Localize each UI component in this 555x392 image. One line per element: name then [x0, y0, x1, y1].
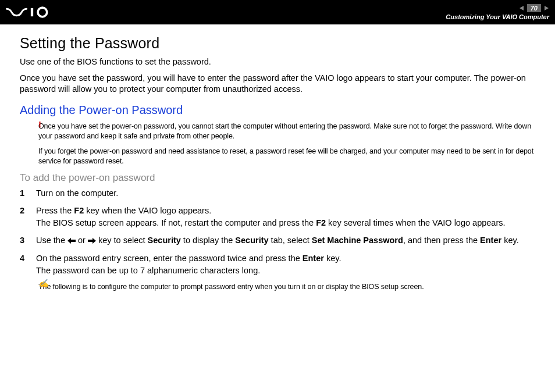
- svg-marker-2: [520, 6, 524, 10]
- note-icon: ✍: [38, 279, 48, 288]
- warning-text-1: Once you have set the power-on password,…: [38, 122, 535, 141]
- intro-paragraph-1: Use one of the BIOS functions to set the…: [20, 56, 535, 68]
- sub-heading: To add the power-on password: [20, 172, 535, 184]
- next-page-arrow-icon[interactable]: [543, 5, 549, 11]
- right-arrow-icon: [88, 235, 96, 247]
- step-item: 2 Press the F2 key when the VAIO logo ap…: [20, 205, 535, 229]
- page-number: 70: [527, 4, 541, 12]
- page-title: Setting the Password: [20, 35, 535, 52]
- step-text: Press the F2 key when the VAIO logo appe…: [36, 205, 535, 229]
- content: Setting the Password Use one of the BIOS…: [0, 24, 555, 292]
- svg-marker-5: [88, 238, 96, 244]
- warning-text-2: If you forget the power-on password and …: [38, 147, 535, 166]
- prev-page-arrow-icon[interactable]: [519, 5, 525, 11]
- svg-marker-3: [545, 6, 549, 10]
- warning-block: ! Once you have set the power-on passwor…: [20, 122, 535, 167]
- header-bar: 70 Customizing Your VAIO Computer: [0, 0, 555, 24]
- page-nav: 70: [519, 4, 549, 12]
- step-number: 2: [20, 205, 36, 216]
- step-item: 3 Use the or key to select Security to d…: [20, 234, 535, 247]
- section-heading: Adding the Power-on Password: [20, 104, 535, 117]
- tip-text: The following is to configure the comput…: [38, 282, 535, 292]
- step-number: 3: [20, 234, 36, 246]
- svg-marker-4: [67, 238, 76, 244]
- step-item: 1 Turn on the computer.: [20, 187, 535, 199]
- step-item: 4 On the password entry screen, enter th…: [20, 252, 535, 276]
- steps-list: 1 Turn on the computer. 2 Press the F2 k…: [20, 187, 535, 276]
- warning-icon: !: [38, 119, 41, 129]
- vaio-logo-svg: [6, 6, 72, 18]
- step-number: 1: [20, 187, 36, 199]
- page: 70 Customizing Your VAIO Computer Settin…: [0, 0, 555, 392]
- vaio-logo: [6, 6, 72, 18]
- intro-paragraph-2: Once you have set the password, you will…: [20, 73, 535, 95]
- step-text: On the password entry screen, enter the …: [36, 252, 535, 276]
- svg-point-1: [38, 8, 47, 17]
- breadcrumb: Customizing Your VAIO Computer: [446, 13, 549, 20]
- svg-rect-0: [31, 8, 33, 16]
- tip-block: ✍ The following is to configure the comp…: [20, 282, 535, 292]
- header-right: 70 Customizing Your VAIO Computer: [446, 4, 549, 20]
- step-number: 4: [20, 252, 36, 264]
- step-text: Use the or key to select Security to dis…: [36, 234, 535, 247]
- step-text: Turn on the computer.: [36, 187, 535, 199]
- left-arrow-icon: [67, 235, 76, 247]
